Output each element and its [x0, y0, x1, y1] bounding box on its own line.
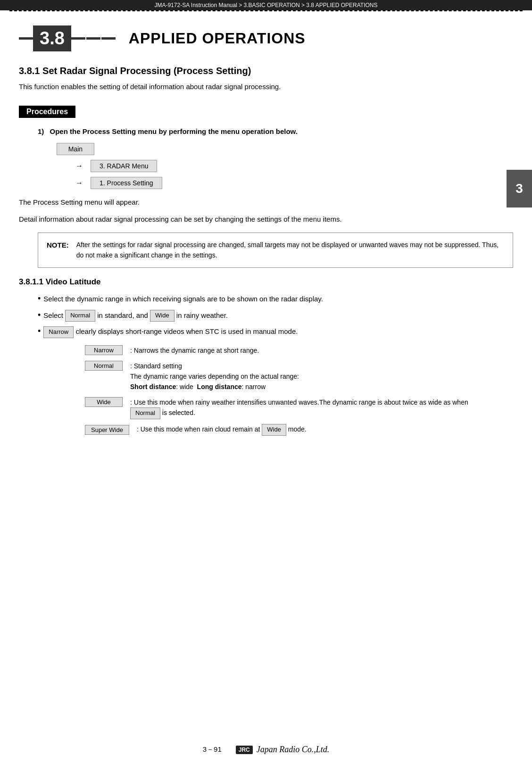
deco-line-right3 [101, 37, 116, 40]
note-label: NOTE: [47, 240, 69, 261]
bullet-2-post: in rainy weather. [175, 311, 228, 319]
bullet-3-post: clearly displays short-range videos when… [74, 327, 298, 335]
note-box: NOTE: After the settings for radar signa… [38, 233, 513, 268]
bullet-2-wide-btn[interactable]: Wide [150, 310, 175, 322]
bullet-2-mid: in standard, and [95, 311, 150, 319]
procedures-badge: Procedures [19, 106, 75, 118]
after-menu-text-2: Detail information about radar signal pr… [19, 214, 513, 225]
bullet-1-text: Select the dynamic range in which receiv… [43, 293, 323, 305]
footer: 3－91 JRC Japan Radio Co.,Ltd. [0, 745, 532, 755]
def-text-super-wide: : Use this mode when rain cloud remain a… [137, 424, 307, 436]
chapter-deco: 3.8 [19, 25, 116, 51]
section-381-title: 3.8.1 Set Radar Signal Processing (Proce… [19, 66, 513, 76]
def-btn-super-wide[interactable]: Super Wide [85, 425, 129, 435]
dashed-separator [9, 10, 523, 11]
breadcrumb-bar: JMA-9172-SA Instruction Manual > 3.BASIC… [0, 0, 532, 10]
bullet-2-normal-btn[interactable]: Normal [65, 310, 95, 322]
def-row-normal: Normal : Standard setting The dynamic ra… [85, 361, 475, 392]
main-menu-btn[interactable]: Main [57, 143, 94, 155]
def-btn-normal[interactable]: Normal [85, 361, 123, 371]
menu-row-1: Main [57, 143, 475, 155]
def-row-super-wide: Super Wide : Use this mode when rain clo… [85, 424, 475, 436]
right-tab-label: 3 [515, 181, 523, 196]
menu-arrow-2: → [75, 179, 83, 187]
section-3811-title: 3.8.1.1 Video Latitude [19, 277, 513, 287]
def-text-normal: : Standard setting The dynamic range var… [130, 361, 299, 392]
bullet-2-pre: Select [43, 311, 65, 319]
note-text: After the settings for radar signal proc… [76, 240, 504, 261]
section-3811-heading: 3.8.1.1 Video Latitude [19, 277, 513, 287]
def-btn-narrow[interactable]: Narrow [85, 345, 123, 355]
bullet-2-content: Select Normal in standard, and Wide in r… [43, 310, 228, 322]
procedures-badge-container: Procedures [0, 98, 532, 123]
deco-line-right2 [86, 37, 100, 40]
breadcrumb-text: JMA-9172-SA Instruction Manual > 3.BASIC… [154, 2, 377, 8]
radar-menu-btn[interactable]: 3. RADAR Menu [91, 160, 157, 172]
def-btn-wide[interactable]: Wide [85, 397, 123, 407]
bullet-list: Select the dynamic range in which receiv… [38, 291, 513, 340]
after-menu-text-2-span: Detail information about radar signal pr… [19, 215, 342, 223]
chapter-title: APPLIED OPERATIONS [129, 30, 306, 47]
intro-text: This function enables the setting of det… [19, 83, 281, 91]
process-setting-btn[interactable]: 1. Process Setting [91, 177, 162, 189]
chapter-number: 3.8 [33, 25, 71, 51]
def-text-wide: : Use this mode when rainy weather inten… [130, 397, 475, 419]
def-row-wide: Wide : Use this mode when rainy weather … [85, 397, 475, 419]
menu-arrow-1: → [75, 162, 83, 170]
def-row-narrow: Narrow : Narrows the dynamic range at sh… [85, 345, 475, 356]
right-chapter-tab: 3 [507, 170, 532, 208]
menu-row-3: → 1. Process Setting [57, 177, 475, 189]
def-wide-normal-inline[interactable]: Normal [130, 407, 160, 419]
def-text-narrow: : Narrows the dynamic range at short ran… [130, 345, 259, 356]
deco-line-right [71, 37, 85, 40]
bullet-3-content: Narrow clearly displays short-range vide… [43, 326, 298, 338]
def-list: Narrow : Narrows the dynamic range at sh… [85, 345, 475, 436]
bullet-item-3: Narrow clearly displays short-range vide… [38, 323, 513, 340]
section-381-intro: This function enables the setting of det… [19, 81, 513, 92]
bullet-item-1: Select the dynamic range in which receiv… [38, 291, 513, 307]
section-381-heading: 3.8.1 Set Radar Signal Processing (Proce… [19, 66, 513, 76]
jrc-label: JRC [236, 746, 253, 754]
menu-flow: Main → 3. RADAR Menu → 1. Process Settin… [57, 143, 475, 189]
bullet-item-2: Select Normal in standard, and Wide in r… [38, 307, 513, 324]
step-1-text: Open the Process Setting menu by perform… [50, 127, 298, 135]
bullet-3-narrow-btn[interactable]: Narrow [43, 326, 74, 338]
footer-company: Japan Radio Co.,Ltd. [257, 745, 330, 755]
short-distance-label: Short distance [130, 383, 176, 390]
footer-logo: JRC Japan Radio Co.,Ltd. [236, 745, 330, 755]
after-menu-text-1: The Process Setting menu will appear. [19, 197, 513, 208]
footer-page: 3－91 [203, 745, 222, 754]
step-1-number: 1) [38, 127, 44, 135]
step-1: 1) Open the Process Setting menu by perf… [38, 127, 513, 135]
after-menu-text-1-span: The Process Setting menu will appear. [19, 198, 140, 206]
long-distance-label: Long distance [197, 383, 242, 390]
menu-row-2: → 3. RADAR Menu [57, 160, 475, 172]
def-superwide-wide-inline[interactable]: Wide [262, 424, 286, 436]
deco-line-left [19, 37, 33, 40]
chapter-heading: 3.8 APPLIED OPERATIONS [19, 25, 513, 51]
